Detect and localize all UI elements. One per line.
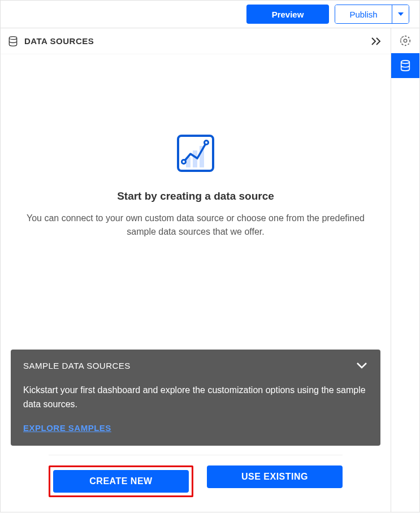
database-icon xyxy=(399,59,412,72)
publish-button-group: Publish xyxy=(335,5,409,24)
database-icon xyxy=(7,36,19,47)
data-sources-panel: DATA SOURCES Start by creating xyxy=(1,28,391,512)
empty-state: Start by creating a data source You can … xyxy=(1,54,391,512)
publish-button[interactable]: Publish xyxy=(335,5,392,23)
svg-point-9 xyxy=(401,61,410,64)
empty-state-title: Start by creating a data source xyxy=(117,190,274,202)
chevron-down-icon xyxy=(356,361,368,369)
create-new-button[interactable]: CREATE NEW xyxy=(53,470,189,493)
sample-data-sources-card: SAMPLE DATA SOURCES Kickstart your first… xyxy=(11,350,380,446)
empty-state-description: You can connect to your own custom data … xyxy=(11,212,380,239)
highlight-create-new: CREATE NEW xyxy=(49,465,193,497)
publish-dropdown-button[interactable] xyxy=(392,5,409,23)
sample-card-title: SAMPLE DATA SOURCES xyxy=(23,361,131,370)
chart-illustration-icon xyxy=(176,133,215,173)
panel-header: DATA SOURCES xyxy=(1,28,391,54)
chevron-double-right-icon xyxy=(370,37,382,46)
explore-samples-link[interactable]: EXPLORE SAMPLES xyxy=(23,423,111,433)
panel-title: DATA SOURCES xyxy=(24,36,368,46)
data-sources-tab[interactable] xyxy=(391,53,419,78)
top-toolbar: Preview Publish xyxy=(0,0,420,28)
footer-actions: CREATE NEW USE EXISTING xyxy=(49,455,343,512)
collapse-panel-button[interactable] xyxy=(368,35,384,48)
preview-button[interactable]: Preview xyxy=(246,5,329,24)
svg-point-6 xyxy=(205,141,209,145)
svg-point-7 xyxy=(404,39,407,42)
sample-card-header[interactable]: SAMPLE DATA SOURCES xyxy=(23,361,368,370)
settings-tab[interactable] xyxy=(391,28,419,53)
use-existing-button[interactable]: USE EXISTING xyxy=(207,465,343,488)
sample-card-description: Kickstart your first dashboard and explo… xyxy=(23,383,368,412)
caret-down-icon xyxy=(398,12,404,16)
svg-point-0 xyxy=(9,36,16,39)
gear-icon xyxy=(399,35,412,47)
right-sidebar xyxy=(391,28,419,512)
svg-point-5 xyxy=(182,160,186,164)
